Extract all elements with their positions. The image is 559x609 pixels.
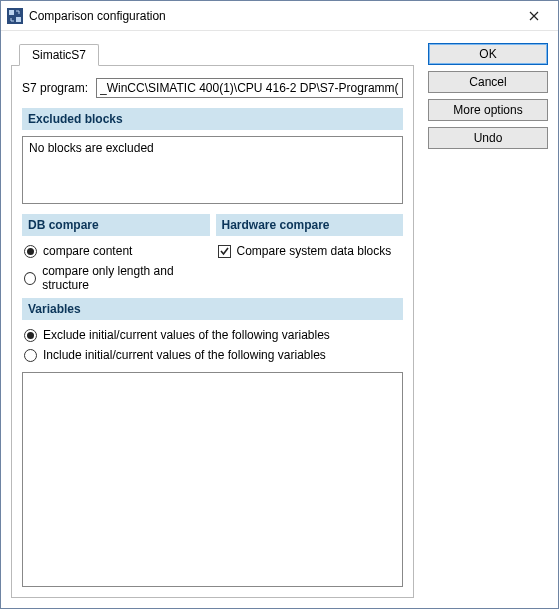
dialog-body: SimaticS7 S7 program: Excluded blocks No… — [1, 31, 558, 608]
button-label: OK — [479, 47, 496, 61]
button-column: OK Cancel More options Undo — [428, 41, 548, 598]
excluded-blocks-text: No blocks are excluded — [29, 141, 154, 155]
radio-icon — [24, 245, 37, 258]
variables-options: Exclude initial/current values of the fo… — [22, 326, 403, 366]
tab-panel: S7 program: Excluded blocks No blocks ar… — [11, 65, 414, 598]
radio-icon — [24, 329, 37, 342]
button-label: More options — [453, 103, 522, 117]
svg-rect-1 — [9, 10, 14, 15]
radio-label: Exclude initial/current values of the fo… — [43, 328, 330, 342]
excluded-blocks-list[interactable]: No blocks are excluded — [22, 136, 403, 204]
section-hw-compare: Hardware compare — [216, 214, 404, 236]
button-label: Cancel — [469, 75, 506, 89]
radio-label: Include initial/current values of the fo… — [43, 348, 326, 362]
cancel-button[interactable]: Cancel — [428, 71, 548, 93]
button-label: Undo — [474, 131, 503, 145]
section-variables: Variables — [22, 298, 403, 320]
hw-compare-options: Compare system data blocks — [216, 242, 404, 292]
section-db-compare: DB compare — [22, 214, 210, 236]
s7-program-label: S7 program: — [22, 81, 88, 95]
radio-icon — [24, 272, 36, 285]
s7-program-input[interactable] — [96, 78, 403, 98]
radio-label: compare content — [43, 244, 132, 258]
ok-button[interactable]: OK — [428, 43, 548, 65]
compare-options-row: compare content compare only length and … — [22, 242, 403, 292]
titlebar: Comparison configuration — [1, 1, 558, 31]
check-label: Compare system data blocks — [237, 244, 392, 258]
db-compare-options: compare content compare only length and … — [22, 242, 210, 292]
radio-label: compare only length and structure — [42, 264, 209, 292]
undo-button[interactable]: Undo — [428, 127, 548, 149]
app-icon — [7, 8, 23, 24]
checkbox-icon — [218, 245, 231, 258]
tabstrip: SimaticS7 — [11, 41, 414, 65]
compare-headers: DB compare Hardware compare — [22, 214, 403, 236]
check-compare-sdb[interactable]: Compare system data blocks — [218, 244, 404, 258]
radio-compare-length[interactable]: compare only length and structure — [24, 264, 210, 292]
window-title: Comparison configuration — [29, 9, 512, 23]
close-button[interactable] — [512, 2, 556, 30]
s7-program-row: S7 program: — [22, 78, 403, 98]
radio-var-include[interactable]: Include initial/current values of the fo… — [24, 348, 403, 362]
radio-icon — [24, 349, 37, 362]
more-options-button[interactable]: More options — [428, 99, 548, 121]
tab-simatics7[interactable]: SimaticS7 — [19, 44, 99, 66]
left-pane: SimaticS7 S7 program: Excluded blocks No… — [11, 41, 414, 598]
radio-compare-content[interactable]: compare content — [24, 244, 210, 258]
dialog-window: Comparison configuration SimaticS7 S7 pr… — [0, 0, 559, 609]
tab-label: SimaticS7 — [32, 48, 86, 62]
section-excluded-blocks: Excluded blocks — [22, 108, 403, 130]
variables-list[interactable] — [22, 372, 403, 587]
svg-rect-2 — [16, 17, 21, 22]
radio-var-exclude[interactable]: Exclude initial/current values of the fo… — [24, 328, 403, 342]
